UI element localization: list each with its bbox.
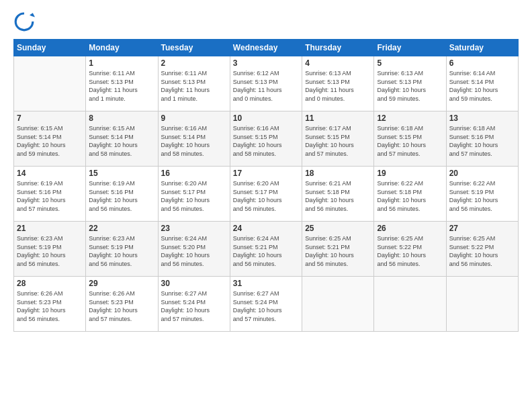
day-number: 28 [17, 279, 83, 288]
header-saturday: Saturday [446, 40, 518, 56]
header-thursday: Thursday [302, 40, 374, 56]
day-number: 27 [449, 224, 515, 233]
calendar-cell: 2Sunrise: 6:11 AM Sunset: 5:13 PM Daylig… [158, 56, 230, 111]
day-number: 21 [17, 224, 83, 233]
calendar-cell [446, 277, 518, 332]
logo [13, 11, 38, 32]
day-number: 24 [233, 224, 299, 233]
day-info: Sunrise: 6:12 AM Sunset: 5:13 PM Dayligh… [233, 69, 299, 103]
day-info: Sunrise: 6:24 AM Sunset: 5:21 PM Dayligh… [233, 234, 299, 268]
calendar-cell: 22Sunrise: 6:23 AM Sunset: 5:19 PM Dayli… [86, 222, 158, 277]
day-number: 29 [89, 279, 154, 288]
day-info: Sunrise: 6:27 AM Sunset: 5:24 PM Dayligh… [161, 289, 227, 323]
calendar-cell: 4Sunrise: 6:13 AM Sunset: 5:13 PM Daylig… [302, 56, 374, 111]
calendar-cell: 6Sunrise: 6:14 AM Sunset: 5:14 PM Daylig… [446, 56, 518, 111]
calendar-cell: 21Sunrise: 6:23 AM Sunset: 5:19 PM Dayli… [14, 222, 86, 277]
calendar: SundayMondayTuesdayWednesdayThursdayFrid… [13, 39, 519, 332]
day-info: Sunrise: 6:25 AM Sunset: 5:22 PM Dayligh… [377, 234, 443, 268]
calendar-header-row: SundayMondayTuesdayWednesdayThursdayFrid… [14, 40, 519, 56]
day-number: 20 [449, 169, 515, 178]
calendar-cell: 5Sunrise: 6:13 AM Sunset: 5:13 PM Daylig… [374, 56, 446, 111]
header-sunday: Sunday [14, 40, 86, 56]
calendar-cell: 19Sunrise: 6:22 AM Sunset: 5:18 PM Dayli… [374, 167, 446, 222]
calendar-cell: 14Sunrise: 6:19 AM Sunset: 5:16 PM Dayli… [14, 167, 86, 222]
day-info: Sunrise: 6:27 AM Sunset: 5:24 PM Dayligh… [233, 289, 299, 323]
day-info: Sunrise: 6:11 AM Sunset: 5:13 PM Dayligh… [161, 69, 227, 103]
day-info: Sunrise: 6:22 AM Sunset: 5:18 PM Dayligh… [377, 179, 443, 213]
calendar-cell: 15Sunrise: 6:19 AM Sunset: 5:16 PM Dayli… [86, 167, 158, 222]
calendar-cell: 26Sunrise: 6:25 AM Sunset: 5:22 PM Dayli… [374, 222, 446, 277]
calendar-cell: 24Sunrise: 6:24 AM Sunset: 5:21 PM Dayli… [230, 222, 302, 277]
calendar-cell: 29Sunrise: 6:26 AM Sunset: 5:23 PM Dayli… [86, 277, 158, 332]
day-number: 31 [233, 279, 299, 288]
day-number: 25 [305, 224, 371, 233]
calendar-cell: 31Sunrise: 6:27 AM Sunset: 5:24 PM Dayli… [230, 277, 302, 332]
calendar-cell [14, 56, 86, 111]
day-info: Sunrise: 6:18 AM Sunset: 5:15 PM Dayligh… [377, 124, 443, 158]
day-info: Sunrise: 6:18 AM Sunset: 5:16 PM Dayligh… [449, 124, 515, 158]
calendar-cell: 9Sunrise: 6:16 AM Sunset: 5:14 PM Daylig… [158, 111, 230, 167]
day-number: 22 [89, 224, 154, 233]
day-info: Sunrise: 6:13 AM Sunset: 5:13 PM Dayligh… [377, 69, 443, 103]
day-info: Sunrise: 6:23 AM Sunset: 5:19 PM Dayligh… [89, 234, 154, 268]
day-info: Sunrise: 6:24 AM Sunset: 5:20 PM Dayligh… [161, 234, 227, 268]
day-number: 16 [161, 169, 227, 178]
header-tuesday: Tuesday [158, 40, 230, 56]
calendar-cell [302, 277, 374, 332]
day-number: 5 [377, 58, 443, 68]
calendar-cell: 18Sunrise: 6:21 AM Sunset: 5:18 PM Dayli… [302, 167, 374, 222]
calendar-cell: 10Sunrise: 6:16 AM Sunset: 5:15 PM Dayli… [230, 111, 302, 167]
day-number: 11 [305, 113, 371, 123]
day-info: Sunrise: 6:14 AM Sunset: 5:14 PM Dayligh… [449, 69, 515, 103]
day-number: 2 [161, 58, 227, 68]
calendar-cell: 8Sunrise: 6:15 AM Sunset: 5:14 PM Daylig… [86, 111, 158, 167]
day-number: 9 [161, 113, 227, 123]
day-number: 14 [17, 169, 83, 178]
header [13, 11, 519, 32]
calendar-cell: 13Sunrise: 6:18 AM Sunset: 5:16 PM Dayli… [446, 111, 518, 167]
calendar-week-2: 7Sunrise: 6:15 AM Sunset: 5:14 PM Daylig… [14, 111, 519, 167]
header-wednesday: Wednesday [230, 40, 302, 56]
day-info: Sunrise: 6:25 AM Sunset: 5:22 PM Dayligh… [449, 234, 515, 268]
day-number: 13 [449, 113, 515, 123]
day-number: 26 [377, 224, 443, 233]
calendar-cell [374, 277, 446, 332]
calendar-cell: 30Sunrise: 6:27 AM Sunset: 5:24 PM Dayli… [158, 277, 230, 332]
day-info: Sunrise: 6:19 AM Sunset: 5:16 PM Dayligh… [17, 179, 83, 213]
day-info: Sunrise: 6:17 AM Sunset: 5:15 PM Dayligh… [305, 124, 371, 158]
day-number: 3 [233, 58, 299, 68]
day-info: Sunrise: 6:26 AM Sunset: 5:23 PM Dayligh… [89, 289, 154, 323]
calendar-cell: 25Sunrise: 6:25 AM Sunset: 5:21 PM Dayli… [302, 222, 374, 277]
calendar-cell: 11Sunrise: 6:17 AM Sunset: 5:15 PM Dayli… [302, 111, 374, 167]
calendar-cell: 28Sunrise: 6:26 AM Sunset: 5:23 PM Dayli… [14, 277, 86, 332]
logo-icon [13, 11, 35, 32]
calendar-week-1: 1Sunrise: 6:11 AM Sunset: 5:13 PM Daylig… [14, 56, 519, 111]
calendar-cell: 3Sunrise: 6:12 AM Sunset: 5:13 PM Daylig… [230, 56, 302, 111]
day-info: Sunrise: 6:19 AM Sunset: 5:16 PM Dayligh… [89, 179, 154, 213]
day-info: Sunrise: 6:15 AM Sunset: 5:14 PM Dayligh… [89, 124, 154, 158]
calendar-cell: 16Sunrise: 6:20 AM Sunset: 5:17 PM Dayli… [158, 167, 230, 222]
day-number: 8 [89, 113, 154, 123]
day-number: 12 [377, 113, 443, 123]
day-number: 7 [17, 113, 83, 123]
calendar-week-3: 14Sunrise: 6:19 AM Sunset: 5:16 PM Dayli… [14, 167, 519, 222]
day-info: Sunrise: 6:11 AM Sunset: 5:13 PM Dayligh… [89, 69, 154, 103]
calendar-cell: 1Sunrise: 6:11 AM Sunset: 5:13 PM Daylig… [86, 56, 158, 111]
day-number: 18 [305, 169, 371, 178]
page: SundayMondayTuesdayWednesdayThursdayFrid… [0, 0, 532, 411]
day-info: Sunrise: 6:21 AM Sunset: 5:18 PM Dayligh… [305, 179, 371, 213]
calendar-cell: 20Sunrise: 6:22 AM Sunset: 5:19 PM Dayli… [446, 167, 518, 222]
day-info: Sunrise: 6:16 AM Sunset: 5:14 PM Dayligh… [161, 124, 227, 158]
day-number: 1 [89, 58, 154, 68]
calendar-cell: 7Sunrise: 6:15 AM Sunset: 5:14 PM Daylig… [14, 111, 86, 167]
day-number: 23 [161, 224, 227, 233]
day-info: Sunrise: 6:26 AM Sunset: 5:23 PM Dayligh… [17, 289, 83, 323]
day-info: Sunrise: 6:22 AM Sunset: 5:19 PM Dayligh… [449, 179, 515, 213]
day-info: Sunrise: 6:15 AM Sunset: 5:14 PM Dayligh… [17, 124, 83, 158]
calendar-week-5: 28Sunrise: 6:26 AM Sunset: 5:23 PM Dayli… [14, 277, 519, 332]
calendar-cell: 23Sunrise: 6:24 AM Sunset: 5:20 PM Dayli… [158, 222, 230, 277]
day-info: Sunrise: 6:16 AM Sunset: 5:15 PM Dayligh… [233, 124, 299, 158]
day-number: 15 [89, 169, 154, 178]
day-number: 10 [233, 113, 299, 123]
day-info: Sunrise: 6:20 AM Sunset: 5:17 PM Dayligh… [233, 179, 299, 213]
